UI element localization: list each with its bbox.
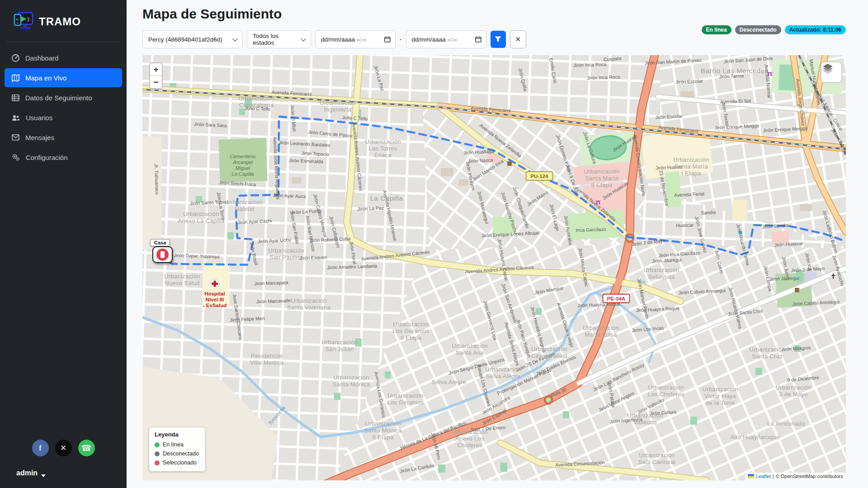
svg-text:Jirón Inca Roca: Jirón Inca Roca xyxy=(587,74,620,81)
svg-text:PE-34A: PE-34A xyxy=(607,296,625,301)
legend-label: Desconectado xyxy=(163,449,199,458)
status-badge-online: En línea xyxy=(702,25,731,34)
svg-text:UrbanizaciónSan Julián: UrbanizaciónSan Julián xyxy=(321,339,357,352)
svg-text:HospitalNivel III- EsSalud: HospitalNivel III- EsSalud xyxy=(203,291,226,308)
date-range-separator: - xyxy=(400,36,402,43)
calendar-icon xyxy=(475,36,481,42)
map[interactable]: HospitalNivel III- EsSaludππ✝PU-124PE-34… xyxy=(142,55,846,480)
svg-text:Jirón Jáuregui: Jirón Jáuregui xyxy=(769,275,799,282)
svg-text:Jr. Tiahuanaco: Jr. Tiahuanaco xyxy=(154,164,160,195)
sidebar-item-label: Dashboard xyxy=(25,54,58,62)
svg-text:UrbanizaciónMaría Luisa: UrbanizaciónMaría Luisa xyxy=(583,324,618,338)
legend-item-offline: Desconectado xyxy=(155,449,199,458)
chevron-down-icon xyxy=(41,474,46,477)
status-select[interactable]: Todos los estados xyxy=(247,30,311,48)
sidebar-item-dashboard[interactable]: Dashboard xyxy=(5,48,122,67)
svg-text:La Rinconada: La Rinconada xyxy=(767,420,805,427)
date-from-input[interactable]: dd/mm/aaaa --:-- xyxy=(315,30,396,48)
app-logo-icon: < }: xyxy=(14,12,33,32)
legend-label: En línea xyxy=(163,440,184,449)
map-icon xyxy=(12,74,19,82)
sidebar-item-label: Configuración xyxy=(26,154,68,161)
svg-text:UrbanizaciónIngeniería: UrbanizaciónIngeniería xyxy=(320,99,355,113)
online-dot-icon xyxy=(155,442,160,447)
zoom-in-button[interactable]: + xyxy=(150,63,162,76)
chevron-down-icon xyxy=(232,36,237,41)
leaflet-link[interactable]: Leaflet xyxy=(756,474,771,479)
svg-text:Selva Alegre: Selva Alegre xyxy=(432,379,467,385)
facebook-icon: f xyxy=(39,444,42,453)
legend-item-selected: Seleccionado xyxy=(155,458,199,467)
svg-text:ResidencialVilla Medica: ResidencialVilla Medica xyxy=(250,352,283,366)
status-badge-offline: Desconectado xyxy=(735,25,781,34)
svg-text:UrbanizaciónNueva Salud: UrbanizaciónNueva Salud xyxy=(164,273,200,286)
envelope-icon xyxy=(12,134,19,141)
marker-tooltip: Casa xyxy=(150,239,170,246)
svg-text:UrbanizaciónCopacabana: UrbanizaciónCopacabana xyxy=(238,95,274,108)
svg-text:UrbanizaciónBellavista: UrbanizaciónBellavista xyxy=(643,267,679,280)
admin-username: admin xyxy=(16,469,38,477)
casa-marker[interactable] xyxy=(152,246,173,263)
filter-clear-button[interactable]: ✕ xyxy=(510,30,526,48)
gears-icon xyxy=(12,154,20,161)
svg-text:✝: ✝ xyxy=(830,272,836,280)
zoom-out-button[interactable]: − xyxy=(150,76,162,88)
updated-badge: Actualizado: 8:11:06 xyxy=(785,25,846,34)
sidebar-item-mapa-en-vivo[interactable]: Mapa en Vivo xyxy=(5,68,122,87)
osm-attribution[interactable]: © OpenStreetMap contributors xyxy=(776,474,843,479)
svg-text:Jirón Inca Roca: Jirón Inca Roca xyxy=(573,61,606,68)
sidebar-item-configuracion[interactable]: Configuración xyxy=(5,148,122,167)
svg-text:UrbanizaciónLos Choferes: UrbanizaciónLos Choferes xyxy=(648,384,684,398)
legend-label: Seleccionado xyxy=(163,458,197,467)
zoom-control: + − xyxy=(149,62,163,89)
sidebar-item-datos-de-seguimiento[interactable]: Datos de Seguimiento xyxy=(5,88,122,107)
svg-text:Huascar: Huascar xyxy=(676,222,694,228)
x-twitter-button[interactable]: ✕ xyxy=(55,440,72,456)
svg-text:Jirón Esquen: Jirón Esquen xyxy=(299,254,327,261)
date-from-value: dd/mm/aaaa --:-- xyxy=(321,36,367,43)
close-icon: ✕ xyxy=(515,35,521,43)
svg-text:UrbanizaciónCésar Vallejo: UrbanizaciónCésar Vallejo xyxy=(531,346,567,359)
sidebar-item-label: Mapa en Vivo xyxy=(25,74,66,82)
svg-text:PU-124: PU-124 xyxy=(531,174,549,179)
svg-text:La Capilla: La Capilla xyxy=(370,194,403,202)
calendar-icon xyxy=(384,36,391,42)
svg-text:Jirón La Paz: Jirón La Paz xyxy=(357,205,384,211)
svg-text:UrbanizaciónSan Paulino: UrbanizaciónSan Paulino xyxy=(268,247,304,261)
sidebar-item-usuarios[interactable]: Usuarios xyxy=(5,108,122,127)
sidebar: < }: TRAMO Dashboard Mapa en Vivo Datos … xyxy=(0,0,127,488)
svg-text:UrbanizaciónLos Geranios: UrbanizaciónLos Geranios xyxy=(387,392,424,406)
speedometer-icon xyxy=(12,54,19,62)
map-legend: Leyenda En línea Desconectado Selecciona… xyxy=(149,427,205,471)
users-icon xyxy=(12,114,20,122)
facebook-button[interactable]: f xyxy=(32,440,49,456)
sidebar-item-label: Mensajes xyxy=(25,134,54,141)
svg-text:}:: }: xyxy=(27,16,31,22)
filter-apply-button[interactable] xyxy=(491,31,506,48)
svg-text:UrbanizaciónSelva Alegre: UrbanizaciónSelva Alegre xyxy=(485,366,521,380)
date-to-value: dd/mm/aaaa --:-- xyxy=(412,36,458,43)
layers-icon xyxy=(821,62,834,75)
chevron-down-icon xyxy=(301,36,306,41)
page-title: Mapa de Seguimiento xyxy=(142,6,282,22)
admin-menu[interactable]: admin xyxy=(16,469,46,477)
attribution-separator: | xyxy=(773,474,774,479)
phone-icon xyxy=(156,249,169,261)
map-canvas[interactable]: HospitalNivel III- EsSaludππ✝PU-124PE-34… xyxy=(142,55,846,480)
offline-dot-icon xyxy=(155,451,160,456)
brand-title: TRAMO xyxy=(39,15,81,28)
table-icon xyxy=(12,94,19,102)
svg-text:Jirón Ayar Auca: Jirón Ayar Auca xyxy=(273,192,306,199)
device-select[interactable]: Percy (486894b401af2d6d) xyxy=(142,30,243,48)
filter-icon xyxy=(495,36,501,42)
map-attribution: Leaflet | © OpenStreetMap contributors xyxy=(745,473,846,480)
svg-text:<: < xyxy=(16,17,18,22)
date-to-input[interactable]: dd/mm/aaaa --:-- xyxy=(406,30,486,48)
device-select-value: Percy (486894b401af2d6d) xyxy=(148,36,222,43)
sidebar-item-mensajes[interactable]: Mensajes xyxy=(5,128,122,147)
layers-control[interactable] xyxy=(821,61,842,83)
whatsapp-button[interactable]: ☎ xyxy=(78,440,95,456)
status-badges: En línea Desconectado Actualizado: 8:11:… xyxy=(702,25,846,34)
sidebar-item-label: Usuarios xyxy=(26,114,52,122)
svg-text:Alto Huayñaroque: Alto Huayñaroque xyxy=(731,434,780,441)
